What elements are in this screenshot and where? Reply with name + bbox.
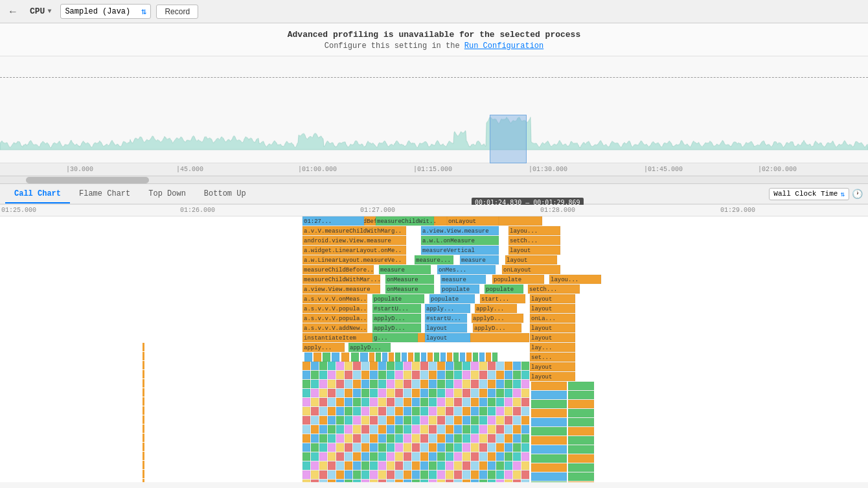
svg-rect-146 [479, 353, 485, 362]
svg-text:measureVertical: measureVertical [422, 248, 475, 254]
svg-rect-181 [345, 371, 352, 379]
svg-rect-520 [471, 480, 479, 482]
svg-rect-363 [513, 425, 521, 434]
svg-rect-128 [360, 353, 368, 362]
svg-rect-458 [404, 461, 411, 470]
svg-rect-249 [463, 389, 470, 397]
svg-rect-157 [370, 362, 378, 370]
svg-rect-515 [429, 480, 437, 482]
svg-rect-399 [361, 443, 369, 452]
timeline-marker: |01:15.000 [413, 166, 452, 173]
svg-text:measure: measure [380, 267, 405, 273]
cpu-chart-container: CPU 100 50 00:01:24.830 – 00:01:29.869 [0, 56, 868, 163]
svg-rect-438 [463, 452, 470, 461]
svg-rect-491 [454, 471, 462, 479]
svg-rect-145 [473, 353, 478, 362]
svg-rect-467 [479, 461, 487, 470]
timeline-ruler[interactable]: |30.000|45.000|01:00.000|01:15.000|01:30… [0, 163, 868, 176]
svg-text:layout: layout [510, 248, 531, 254]
wall-clock-select[interactable]: Wall Clock Time ⇅ [769, 188, 849, 200]
svg-rect-370 [345, 434, 352, 443]
svg-rect-313 [319, 416, 327, 424]
call-chart-area[interactable]: 01:25.00001:26.00001:27.00001:28.00001:2… [0, 205, 868, 482]
svg-rect-366 [311, 434, 319, 443]
svg-rect-644 [143, 415, 144, 424]
svg-rect-136 [415, 353, 420, 362]
svg-rect-214 [395, 380, 403, 388]
svg-rect-343 [345, 425, 352, 434]
svg-rect-301 [446, 407, 453, 415]
svg-text:layout: layout [531, 374, 552, 380]
svg-rect-192 [437, 371, 445, 379]
svg-rect-408 [437, 443, 445, 452]
svg-rect-151 [319, 362, 327, 370]
svg-rect-320 [378, 416, 386, 424]
svg-rect-420 [311, 452, 319, 461]
svg-rect-640 [143, 379, 144, 388]
svg-rect-177 [311, 371, 319, 379]
svg-rect-497 [505, 471, 512, 479]
svg-rect-470 [505, 461, 512, 470]
svg-rect-382 [446, 434, 453, 443]
run-configuration-link[interactable]: Run Configuration [464, 41, 543, 51]
svg-rect-619 [568, 427, 594, 436]
svg-rect-413 [479, 443, 487, 452]
tabs-right: Wall Clock Time ⇅ 🕐 [769, 188, 863, 200]
tab-flame-chart[interactable]: Flame Chart [70, 185, 139, 203]
svg-rect-308 [505, 407, 512, 415]
record-button[interactable]: Record [156, 5, 198, 19]
svg-rect-199 [496, 371, 504, 379]
svg-rect-631 [568, 482, 594, 482]
tab-top-down[interactable]: Top Down [139, 185, 195, 203]
svg-rect-418 [521, 443, 529, 452]
svg-rect-476 [328, 471, 336, 479]
svg-rect-147 [486, 353, 491, 362]
sampled-select[interactable]: Sampled (Java) ⇅ [60, 4, 151, 19]
svg-rect-329 [454, 416, 462, 424]
svg-rect-431 [404, 452, 411, 461]
back-button[interactable]: ← [5, 5, 21, 19]
svg-text:apply...: apply... [476, 306, 504, 312]
svg-rect-227 [505, 380, 512, 388]
svg-rect-219 [437, 380, 445, 388]
clock-icon: 🕐 [852, 189, 863, 199]
svg-rect-279 [488, 398, 496, 406]
svg-text:a.w.L.onMeasure: a.w.L.onMeasure [422, 238, 475, 244]
svg-rect-188 [404, 371, 411, 379]
svg-text:layou...: layou... [510, 228, 538, 235]
tab-bottom-up[interactable]: Bottom Up [195, 185, 255, 203]
svg-rect-152 [328, 362, 336, 370]
svg-rect-216 [412, 380, 420, 388]
svg-rect-479 [353, 471, 361, 479]
tabs-bar: Call Chart Flame Chart Top Down Bottom U… [0, 184, 868, 205]
svg-text:apply...: apply... [426, 306, 454, 312]
svg-rect-268 [395, 398, 403, 406]
svg-rect-223 [471, 380, 479, 388]
svg-rect-164 [429, 362, 437, 370]
svg-rect-512 [404, 480, 411, 482]
svg-rect-326 [429, 416, 437, 424]
scrollbar-thumb[interactable] [26, 177, 149, 183]
svg-rect-203 [303, 380, 310, 388]
tab-call-chart[interactable]: Call Chart [5, 185, 70, 203]
svg-rect-646 [143, 434, 144, 442]
svg-rect-636 [143, 343, 144, 351]
cpu-dropdown[interactable]: CPU ▼ [26, 5, 55, 17]
flame-chart-canvas[interactable]: a.w.L.measureChildBeforeLayout01:27...me… [0, 216, 868, 482]
svg-rect-169 [471, 362, 479, 370]
clock-icon-button[interactable]: 🕐 [852, 189, 863, 199]
svg-rect-150 [311, 362, 319, 370]
svg-rect-489 [437, 471, 445, 479]
svg-rect-461 [429, 461, 437, 470]
cpu-chart-canvas[interactable] [0, 56, 868, 163]
svg-rect-415 [496, 443, 504, 452]
svg-text:a.s.v.v.V.onMeas..: a.s.v.v.V.onMeas.. [304, 296, 367, 303]
svg-rect-459 [412, 461, 420, 470]
svg-rect-194 [454, 371, 462, 379]
svg-rect-142 [453, 353, 459, 362]
svg-rect-209 [353, 380, 361, 388]
scrollbar-container[interactable] [0, 176, 868, 184]
svg-text:onLayout: onLayout [448, 218, 476, 225]
svg-rect-334 [496, 416, 504, 424]
svg-text:populate: populate [374, 296, 402, 303]
